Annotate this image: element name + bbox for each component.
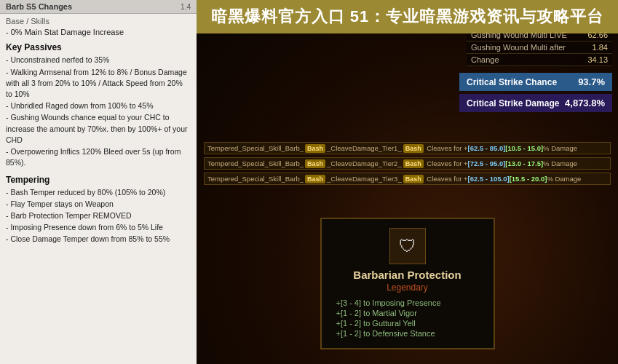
temper-line-2: - Barb Protection Temper REMOVED <box>6 210 191 221</box>
passive-line-3: - Gushing Wounds chance equal to your CH… <box>6 112 191 146</box>
item-type: Legendary <box>333 282 482 293</box>
passive-line-2: - Unbridled Raged down from 100% to 45% <box>6 100 191 111</box>
temper-tag2-1: Bash <box>403 159 424 168</box>
stats-value-2: 34.13 <box>587 55 608 64</box>
temper-suffix-1: _CleaveDamage_Tier2_ <box>327 159 402 167</box>
item-name: Barbarian Protection <box>333 269 482 281</box>
crit-chance-label: Critical Strike Chance <box>467 77 557 87</box>
passive-line-1: - Walking Armsenal from 12% to 8% / Bonu… <box>6 67 191 100</box>
crit-chance-box: Critical Strike Chance 93.7% <box>459 73 612 91</box>
temper-range-normal-0: [62.5 - 85.0] <box>468 144 506 152</box>
temper-tag2-2: Bash <box>403 175 424 183</box>
item-icon: 🛡 <box>389 228 426 264</box>
stats-value-1: 1.84 <box>593 43 608 52</box>
right-content: 暗黑爆料官方入口 51：专业暗黑游戏资讯与攻略平台 Gushing Wound … <box>197 0 618 364</box>
temper-line-0: - Bash Temper reduced by 80% (105% to 20… <box>6 187 191 198</box>
temper-row-2: Tempered_Special_Skill_Barb_Bash_CleaveD… <box>204 173 611 185</box>
base-skills-label: Base / Skills <box>6 17 191 25</box>
stats-label-1: Gushing Wound Multi after <box>471 43 566 52</box>
stats-row-1: Gushing Wound Multi after 1.84 <box>467 41 612 54</box>
header-bar: Barb S5 Changes 1.4 <box>0 0 197 14</box>
right-panel: 暗黑爆料官方入口 51：专业暗黑游戏资讯与攻略平台 Gushing Wound … <box>197 0 618 364</box>
temper-prefix-2: Tempered_Special_Skill_Barb_ <box>207 175 304 183</box>
temper-range-hi-1: [13.0 - 17.5] <box>505 159 543 167</box>
header-version: 1.4 <box>181 3 191 11</box>
temper-text-2: Tempered_Special_Skill_Barb_Bash_CleaveD… <box>207 175 607 183</box>
crit-damage-value: 4,873.8% <box>565 98 605 108</box>
temper-section: Tempered_Special_Skill_Barb_Bash_CleaveD… <box>204 142 611 188</box>
temper-range-normal-2: [62.5 - 105.0] <box>468 175 510 183</box>
tempering-title: Tempering <box>6 175 191 185</box>
passive-line-0: - Unconstrained nerfed to 35% <box>6 55 191 66</box>
temper-range-hi-2: [15.5 - 20.0] <box>510 175 547 183</box>
crit-damage-label: Critical Strike Damage <box>467 98 559 108</box>
temper-suffix-0: _CleaveDamage_Tier1_ <box>327 144 402 152</box>
header-title: Barb S5 Changes <box>6 2 72 11</box>
item-icon-glyph: 🛡 <box>399 236 416 256</box>
temper-range-normal-1: [72.5 - 95.0] <box>468 159 506 167</box>
temper-tag-2: Bash <box>305 175 325 183</box>
temper-prefix-1: Tempered_Special_Skill_Barb_ <box>207 159 304 167</box>
temper-line-4: - Close Damage Temper down from 85% to 5… <box>6 234 191 245</box>
temper-text-1: Tempered_Special_Skill_Barb_Bash_CleaveD… <box>207 159 607 167</box>
item-stat-3: +[1 - 2] to Defensive Stance <box>333 329 482 338</box>
stats-box: Gushing Wound Multi LIVE 62.66 Gushing W… <box>467 29 612 66</box>
temper-line-3: - Imposing Presence down from 6% to 5% L… <box>6 222 191 233</box>
crit-damage-box: Critical Strike Damage 4,873.8% <box>459 94 612 112</box>
item-stat-0: +[3 - 4] to Imposing Presence <box>333 298 482 307</box>
temper-tag-1: Bash <box>305 159 325 168</box>
temper-row-1: Tempered_Special_Skill_Barb_Bash_CleaveD… <box>204 157 611 170</box>
temper-text-0: Tempered_Special_Skill_Barb_Bash_CleaveD… <box>207 144 607 152</box>
temper-prefix-0: Tempered_Special_Skill_Barb_ <box>207 144 304 152</box>
item-stat-1: +[1 - 2] to Martial Vigor <box>333 309 482 317</box>
temper-suffix-2: _CleaveDamage_Tier3_ <box>327 175 402 183</box>
temper-line-1: - Flay Temper stays on Weapon <box>6 199 191 210</box>
temper-row-0: Tempered_Special_Skill_Barb_Bash_CleaveD… <box>204 142 611 154</box>
crit-boxes: Critical Strike Chance 93.7% Critical St… <box>459 73 612 115</box>
item-card: 🛡 Barbarian Protection Legendary +[3 - 4… <box>320 218 495 349</box>
passive-line-4: - Overpowering Inflics 120% Bleed over 5… <box>6 146 191 168</box>
chinese-banner: 暗黑爆料官方入口 51：专业暗黑游戏资讯与攻略平台 <box>197 0 618 33</box>
temper-tag2-0: Bash <box>403 144 424 153</box>
stats-row-2: Change 34.13 <box>467 54 612 66</box>
key-passives-title: Key Passives <box>6 42 191 52</box>
temper-tag-0: Bash <box>305 144 325 153</box>
stats-label-2: Change <box>471 55 499 64</box>
item-stat-2: +[1 - 2] to Guttural Yell <box>333 319 482 328</box>
left-panel: Barb S5 Changes 1.4 Base / Skills - 0% M… <box>0 0 197 364</box>
temper-range-hi-0: [10.5 - 15.0] <box>505 144 543 152</box>
base-skill-line: - 0% Main Stat Damage Increase <box>6 27 191 38</box>
crit-chance-value: 93.7% <box>578 76 605 87</box>
